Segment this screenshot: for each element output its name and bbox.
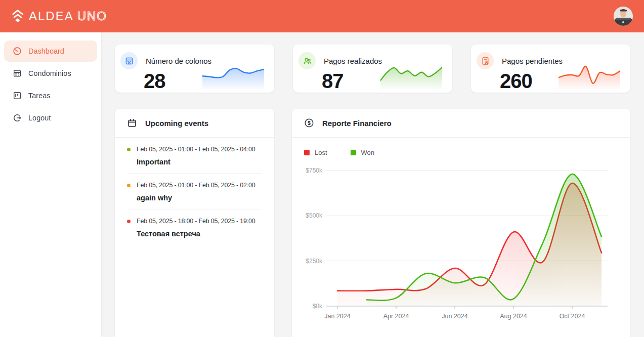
events-list: Feb 05, 2025 - 01:00 - Feb 05, 2025 - 04…	[115, 138, 274, 245]
svg-text:$750k: $750k	[306, 167, 323, 174]
event-title: Important	[137, 158, 262, 166]
stat-card-pagos-realizados: Pagos realizados 87	[293, 45, 452, 93]
events-card-title: Upcoming events	[145, 119, 208, 128]
financial-line-chart: $750k$500k$250k$0kJan 2024Apr 2024Jun 20…	[299, 159, 614, 326]
stat-card-title: Número de colonos	[146, 57, 211, 65]
file-user-icon	[477, 52, 494, 69]
building-icon	[120, 52, 138, 69]
event-item: Feb 05, 2025 - 01:00 - Feb 05, 2025 - 02…	[127, 174, 262, 209]
svg-text:$250k: $250k	[306, 258, 323, 265]
gauge-icon	[13, 47, 22, 56]
event-title: again why	[137, 194, 262, 202]
event-dates: Feb 05, 2025 - 01:00 - Feb 05, 2025 - 02…	[137, 182, 255, 189]
legend-item-won[interactable]: Won	[351, 149, 375, 156]
svg-text:$0k: $0k	[313, 303, 323, 310]
svg-text:Oct 2024: Oct 2024	[560, 313, 585, 320]
chart-legend: Lost Won	[304, 149, 630, 156]
event-item: Feb 05, 2025 - 01:00 - Feb 05, 2025 - 04…	[127, 138, 262, 174]
svg-text:Jan 2024: Jan 2024	[324, 313, 350, 320]
event-dates: Feb 05, 2025 - 18:00 - Feb 05, 2025 - 19…	[137, 218, 255, 225]
stat-card-pagos-pendientes: Pagos pendientes 260	[471, 45, 630, 93]
board-icon	[13, 91, 22, 100]
legend-item-lost[interactable]: Lost	[304, 149, 327, 156]
logout-icon	[13, 113, 22, 122]
sparkline-chart	[559, 61, 620, 89]
sidebar-item-label: Logout	[28, 114, 51, 122]
stat-card-colonos: Número de colonos 28	[115, 45, 274, 93]
sidebar-item-condominios[interactable]: Condominios	[4, 63, 97, 84]
sidebar-item-label: Condominios	[28, 69, 71, 77]
event-title: Тестовая встреча	[137, 230, 262, 238]
building-icon	[13, 69, 22, 78]
user-avatar-image	[614, 7, 633, 26]
sidebar-item-label: Tareas	[28, 92, 51, 100]
main-content: Número de colonos 28 Pagos realizados 87	[101, 32, 644, 337]
sparkline-chart	[380, 61, 442, 89]
app-header: ALDEAUNO	[0, 0, 644, 32]
svg-text:$: $	[308, 120, 311, 126]
stat-card-title: Pagos pendientes	[502, 57, 563, 65]
sparkline-chart	[202, 61, 264, 89]
dollar-icon: $	[304, 118, 314, 128]
financial-report-card: $ Reporte Financiero Lost Won $750k$500k…	[292, 109, 630, 337]
sidebar: Dashboard Condominios Tareas	[0, 32, 101, 337]
event-dates: Feb 05, 2025 - 01:00 - Feb 05, 2025 - 04…	[137, 146, 255, 153]
event-status-dot	[127, 184, 131, 187]
legend-swatch-won	[351, 150, 356, 155]
legend-label: Won	[361, 149, 375, 156]
users-icon	[298, 52, 316, 69]
upcoming-events-card: Upcoming events Feb 05, 2025 - 01:00 - F…	[115, 109, 274, 337]
svg-text:Apr 2024: Apr 2024	[383, 313, 409, 320]
legend-swatch-lost	[304, 150, 310, 155]
event-item: Feb 05, 2025 - 18:00 - Feb 05, 2025 - 19…	[127, 209, 262, 245]
brand-name: ALDEAUNO	[29, 10, 107, 22]
stat-cards-row: Número de colonos 28 Pagos realizados 87	[115, 45, 630, 93]
svg-text:Aug 2024: Aug 2024	[500, 313, 527, 320]
sidebar-item-label: Dashboard	[28, 47, 64, 55]
brand-logo: ALDEAUNO	[11, 9, 107, 23]
legend-label: Lost	[315, 149, 327, 156]
sidebar-item-dashboard[interactable]: Dashboard	[4, 40, 97, 62]
event-status-dot	[127, 220, 131, 223]
svg-text:Jun 2024: Jun 2024	[442, 313, 467, 320]
stat-card-title: Pagos realizados	[324, 57, 382, 65]
svg-text:$500k: $500k	[306, 212, 323, 219]
event-status-dot	[127, 148, 131, 151]
financial-card-title: Reporte Financiero	[322, 119, 392, 128]
user-avatar[interactable]	[614, 7, 633, 26]
calendar-icon	[127, 118, 137, 128]
brand-logo-icon	[11, 9, 24, 23]
sidebar-item-tareas[interactable]: Tareas	[4, 85, 97, 106]
sidebar-item-logout[interactable]: Logout	[4, 107, 97, 129]
